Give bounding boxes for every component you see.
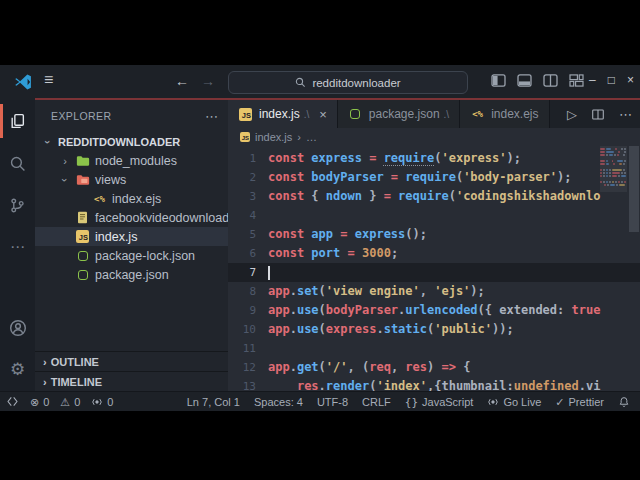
status-encoding[interactable]: UTF-8	[317, 396, 348, 408]
status-errors[interactable]: ⊗0	[30, 396, 49, 408]
gear-icon: ⚙	[10, 361, 25, 379]
status-warnings[interactable]: ⚠0	[60, 396, 80, 408]
source-control-icon	[9, 197, 26, 214]
sidebar-item-package-lock-json[interactable]: package-lock.json	[35, 246, 228, 265]
js-icon: JS	[238, 107, 253, 122]
files-icon	[9, 113, 26, 130]
warning-icon: ⚠	[60, 396, 70, 408]
code-editor[interactable]: 1const express = require('express');2con…	[228, 146, 640, 391]
npm-icon	[348, 107, 363, 122]
folder-green-icon	[75, 153, 90, 168]
code-line-1[interactable]: 1const express = require('express');	[228, 149, 640, 168]
close-icon[interactable]: ×	[319, 107, 327, 122]
status-go-live[interactable]: Go Live	[487, 396, 541, 408]
run-button[interactable]: ▷	[567, 105, 577, 123]
ejs-icon: <%	[92, 191, 107, 206]
text-cursor	[268, 266, 270, 280]
sidebar-item-index-js[interactable]: JSindex.js	[35, 227, 228, 246]
search-icon	[9, 155, 26, 172]
search-input[interactable]: redditdownloader	[228, 71, 468, 94]
maximize-icon[interactable]: □	[608, 73, 615, 87]
more-actions-button[interactable]: ⋯	[619, 105, 632, 123]
toggle-panel-icon[interactable]	[517, 74, 532, 87]
remote-icon	[6, 395, 19, 408]
sidebar-item-node-modules[interactable]: ›node_modules	[35, 151, 228, 170]
menu-icon[interactable]: ≡	[44, 71, 53, 89]
activity-more-views[interactable]: ⋯	[0, 226, 35, 268]
status-remote[interactable]	[6, 395, 19, 408]
chevron-down-icon: ›	[42, 137, 54, 147]
chevron-right-icon: ›	[60, 155, 70, 167]
back-icon[interactable]: ←	[175, 73, 189, 89]
activity-source-control[interactable]	[0, 184, 35, 226]
breadcrumb[interactable]: JS index.js › …	[228, 128, 640, 146]
code-line-11[interactable]: 11	[228, 339, 640, 358]
code-line-5[interactable]: 5const app = express();	[228, 225, 640, 244]
scrollbar-thumb[interactable]	[629, 146, 639, 232]
sidebar-item-facebookvideodownload[interactable]: facebookvideodownload...	[35, 208, 228, 227]
toggle-sidebar-icon[interactable]	[491, 74, 506, 87]
chevron-right-icon: ›	[43, 356, 47, 368]
status-ports[interactable]: 0	[91, 396, 113, 408]
status-indentation[interactable]: Spaces: 4	[254, 396, 303, 408]
status-eol[interactable]: CRLF	[362, 396, 391, 408]
file-label: package-lock.json	[95, 249, 195, 263]
search-text: redditdownloader	[312, 77, 400, 89]
bell-icon	[618, 396, 630, 408]
file-label: package.json	[95, 268, 169, 282]
status-language[interactable]: {}JavaScript	[405, 396, 474, 408]
code-line-2[interactable]: 2const bodyParser = require('body-parser…	[228, 168, 640, 187]
vertical-scrollbar[interactable]	[628, 146, 640, 391]
code-line-3[interactable]: 3const { ndown } = require('codingshiksh…	[228, 187, 640, 206]
vscode-logo-icon	[13, 72, 33, 92]
code-line-7[interactable]: 7	[228, 263, 640, 282]
title-bar: ≡ ← → redditdownloader –□×	[0, 65, 640, 100]
sidebar-item-views[interactable]: ›views	[35, 170, 228, 189]
code-line-12[interactable]: 12app.get('/', (req, res) => {	[228, 358, 640, 377]
sidebar-item-redditdownloader[interactable]: › REDDITDOWNLOADER	[35, 132, 228, 151]
account-icon	[9, 319, 27, 337]
code-line-10[interactable]: 10app.use(express.static('public'));	[228, 320, 640, 339]
tab-package-json[interactable]: package.json.\	[338, 100, 460, 128]
customize-layout-icon[interactable]	[569, 74, 584, 87]
broadcast-icon	[487, 396, 499, 408]
file-label: node_modules	[95, 154, 177, 168]
forward-icon[interactable]: →	[201, 73, 215, 89]
file-label: index.ejs	[112, 192, 161, 206]
ellipsis-icon: ⋯	[10, 238, 25, 256]
code-line-9[interactable]: 9app.use(bodyParser.urlencoded({ extende…	[228, 301, 640, 320]
status-bar: ⊗0⚠00 Ln 7, Col 1Spaces: 4UTF-8CRLF{}Jav…	[0, 391, 640, 411]
search-icon	[295, 77, 306, 88]
close-icon[interactable]: ×	[627, 73, 634, 87]
sidebar-item-package-json[interactable]: package.json	[35, 265, 228, 284]
activity-search[interactable]	[0, 142, 35, 184]
npm-icon	[75, 248, 90, 263]
file-label: views	[95, 173, 126, 187]
activity-accounts[interactable]	[0, 307, 35, 349]
split-editor-button[interactable]	[591, 108, 605, 121]
code-line-4[interactable]: 4	[228, 206, 640, 225]
code-line-6[interactable]: 6const port = 3000;	[228, 244, 640, 263]
sidebar-section-timeline[interactable]: ›TIMELINE	[35, 371, 228, 391]
status-prettier[interactable]: ✓Prettier	[555, 396, 604, 408]
activity-settings[interactable]: ⚙	[0, 349, 35, 391]
sidebar-more-icon[interactable]: ⋯	[205, 109, 218, 124]
tab-index-js[interactable]: JSindex.js.\×	[228, 100, 338, 128]
js-icon: JS	[75, 229, 90, 244]
minimize-icon[interactable]: –	[589, 73, 596, 87]
editor-group: JSindex.js.\×package.json.\<%index.ejs▷⋯…	[228, 100, 640, 391]
sidebar-sections: ›OUTLINE›TIMELINE	[35, 351, 228, 391]
activity-explorer[interactable]	[0, 100, 35, 142]
ejs-icon: <%	[470, 107, 485, 122]
status-notifications[interactable]	[618, 396, 630, 408]
status-cursor-position[interactable]: Ln 7, Col 1	[187, 396, 240, 408]
minimap[interactable]	[600, 148, 627, 187]
code-line-8[interactable]: 8app.set('view engine', 'ejs');	[228, 282, 640, 301]
file-label: facebookvideodownload...	[95, 211, 228, 225]
sidebar-section-outline[interactable]: ›OUTLINE	[35, 351, 228, 371]
code-line-13[interactable]: 13 res.render('index',{thumbnail:undefin…	[228, 377, 640, 391]
tab-index-ejs[interactable]: <%index.ejs	[460, 100, 549, 128]
split-editor-icon[interactable]	[543, 74, 558, 87]
sidebar-item-index-ejs[interactable]: <%index.ejs	[35, 189, 228, 208]
window-controls: –□×	[589, 73, 634, 87]
